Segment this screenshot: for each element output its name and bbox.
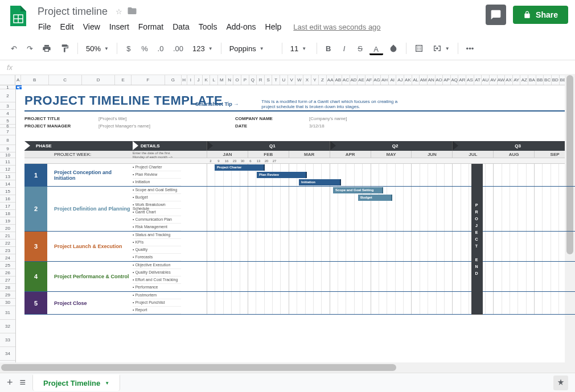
col-header[interactable]: D [82, 75, 115, 85]
row-header[interactable]: 1 [0, 85, 15, 89]
row-header[interactable]: 32 [0, 320, 15, 333]
col-header[interactable]: AI [389, 75, 397, 85]
col-header[interactable]: I [187, 75, 195, 85]
row-header[interactable]: 27 [0, 277, 15, 284]
col-header[interactable]: X [303, 75, 311, 85]
col-header[interactable]: R [257, 75, 265, 85]
row-header[interactable]: 31 [0, 306, 15, 320]
doc-title[interactable]: Project timeline [34, 5, 111, 19]
row-header[interactable]: 3 [0, 102, 15, 110]
col-header[interactable]: AQ [451, 75, 459, 85]
star-icon[interactable]: ☆ [116, 7, 122, 16]
print-button[interactable] [39, 40, 55, 56]
menu-edit[interactable]: Edit [56, 20, 78, 34]
col-header[interactable]: AK [404, 75, 412, 85]
undo-button[interactable]: ↶ [7, 41, 20, 56]
increase-decimal-button[interactable]: .00 [170, 41, 187, 56]
decrease-decimal-button[interactable]: .0 [154, 41, 167, 56]
row-header[interactable]: 8 [0, 135, 15, 145]
col-header[interactable]: AF [365, 75, 373, 85]
col-header[interactable]: O [233, 75, 241, 85]
zoom-select[interactable]: 50%▼ [83, 42, 112, 55]
col-header[interactable]: AP [443, 75, 451, 85]
menu-tools[interactable]: Tools [195, 20, 221, 34]
menu-data[interactable]: Data [169, 20, 194, 34]
row-header[interactable]: 29 [0, 291, 15, 299]
font-size-select[interactable]: 11▼ [287, 42, 312, 55]
col-header[interactable]: AC [342, 75, 350, 85]
row-header[interactable]: 14 [0, 180, 15, 188]
add-sheet-button[interactable]: + [7, 377, 13, 389]
number-format-select[interactable]: 123▼ [189, 42, 216, 55]
strikethrough-button[interactable]: S [354, 41, 367, 56]
row-header[interactable]: 19 [0, 217, 15, 225]
gantt-bar[interactable]: Initiation [299, 179, 341, 185]
merge-button[interactable]: ▼ [429, 42, 453, 55]
sheet-grid[interactable]: PROJECT TIMELINE TEMPLATE Smartsheet Tip… [16, 85, 575, 376]
explore-button[interactable] [553, 376, 568, 390]
row-header[interactable]: 10 [0, 152, 15, 158]
col-header[interactable]: AS [466, 75, 474, 85]
col-header[interactable]: BB [536, 75, 544, 85]
menu-format[interactable]: Format [134, 20, 167, 34]
col-header[interactable]: F [132, 75, 165, 85]
col-header[interactable]: AZ [520, 75, 528, 85]
col-header[interactable]: M [218, 75, 226, 85]
col-header[interactable]: AJ [396, 75, 404, 85]
col-header[interactable]: AA [327, 75, 335, 85]
last-edit-link[interactable]: Last edit was seconds ago [293, 23, 380, 31]
paint-format-button[interactable] [57, 40, 73, 56]
scrollbar-horizontal[interactable] [0, 362, 565, 373]
row-header[interactable]: 26 [0, 269, 15, 277]
col-header[interactable]: K [203, 75, 211, 85]
col-header[interactable]: G [165, 75, 182, 85]
gantt-bar[interactable]: Project Charter [215, 164, 265, 171]
row-header[interactable]: 16 [0, 195, 15, 203]
col-header[interactable]: AB [334, 75, 342, 85]
col-header[interactable]: L [210, 75, 218, 85]
col-header[interactable]: T [272, 75, 280, 85]
row-header[interactable]: 4 [0, 110, 15, 117]
menu-help[interactable]: Help [261, 20, 286, 34]
col-header[interactable]: J [195, 75, 203, 85]
menu-add-ons[interactable]: Add-ons [222, 20, 260, 34]
col-header[interactable]: A [15, 75, 21, 85]
redo-button[interactable]: ↷ [23, 41, 36, 56]
share-button[interactable]: Share [513, 6, 568, 24]
font-select[interactable]: Poppins▼ [226, 42, 277, 55]
folder-icon[interactable] [127, 6, 137, 18]
col-header[interactable]: AL [412, 75, 420, 85]
sheets-logo[interactable] [7, 5, 30, 27]
row-header[interactable]: 28 [0, 284, 15, 291]
col-header[interactable]: AT [474, 75, 482, 85]
row-header[interactable]: 25 [0, 262, 15, 269]
col-header[interactable]: AW [498, 75, 506, 85]
col-header[interactable]: AO [436, 75, 443, 85]
row-header[interactable]: 2 [0, 89, 15, 102]
fill-color-button[interactable] [385, 40, 401, 56]
col-header[interactable]: AG [373, 75, 381, 85]
row-header[interactable]: 23 [0, 247, 15, 254]
row-header[interactable]: 15 [0, 188, 15, 195]
row-header[interactable]: 11 [0, 158, 15, 166]
col-header[interactable]: BD [552, 75, 560, 85]
menu-insert[interactable]: Insert [105, 20, 133, 34]
tip-label[interactable]: Smartsheet Tip → [195, 101, 239, 107]
menu-view[interactable]: View [79, 20, 104, 34]
row-header[interactable]: 7 [0, 128, 15, 135]
col-header[interactable]: AH [381, 75, 389, 85]
col-header[interactable]: P [241, 75, 249, 85]
italic-button[interactable]: I [338, 41, 351, 56]
col-header[interactable]: AE [358, 75, 365, 85]
col-header[interactable]: AU [482, 75, 490, 85]
col-header[interactable]: B [21, 75, 49, 85]
sheet-tab-active[interactable]: Project Timeline ▼ [32, 374, 120, 391]
row-header[interactable]: 30 [0, 299, 15, 306]
col-header[interactable]: AD [350, 75, 358, 85]
col-header[interactable]: U [280, 75, 288, 85]
bold-button[interactable]: B [322, 41, 335, 56]
row-header[interactable]: 13 [0, 173, 15, 180]
row-header[interactable]: 21 [0, 232, 15, 240]
col-header[interactable]: N [226, 75, 234, 85]
col-header[interactable]: Z [319, 75, 327, 85]
